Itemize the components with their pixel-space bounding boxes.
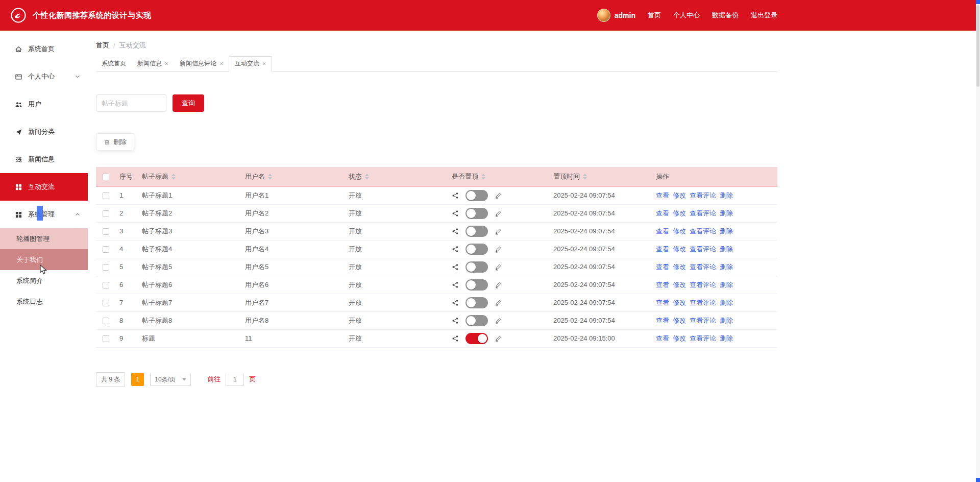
row-checkbox[interactable] (103, 228, 109, 235)
sidebar-subitem-system-intro[interactable]: 系统简介 (0, 270, 88, 291)
sidebar-item-news-info[interactable]: 新闻信息 (0, 146, 88, 173)
action-edit[interactable]: 修改 (673, 281, 686, 288)
pin-toggle[interactable] (465, 244, 488, 255)
edit-icon[interactable] (495, 281, 502, 288)
select-all-checkbox[interactable] (103, 174, 109, 180)
sidebar-subitem-system-log[interactable]: 系统日志 (0, 291, 88, 312)
page-size-select[interactable]: 10条/页 (150, 373, 191, 386)
share-icon[interactable] (452, 192, 459, 199)
action-view[interactable]: 查看 (656, 191, 669, 199)
goto-page-input[interactable] (226, 373, 244, 386)
column-header[interactable]: 用户名 (241, 167, 345, 186)
close-icon[interactable]: × (262, 61, 266, 67)
action-view-comments[interactable]: 查看评论 (690, 191, 716, 199)
sidebar-item-home[interactable]: 系统首页 (0, 35, 88, 63)
edit-icon[interactable] (495, 210, 502, 217)
tab-interaction[interactable]: 互动交流× (229, 56, 272, 72)
action-edit[interactable]: 修改 (673, 334, 686, 342)
pin-toggle[interactable] (465, 261, 488, 273)
tab-news-info[interactable]: 新闻信息× (132, 57, 174, 71)
pin-toggle[interactable] (465, 315, 488, 326)
share-icon[interactable] (452, 246, 459, 253)
share-icon[interactable] (452, 299, 459, 306)
action-delete[interactable]: 删除 (720, 299, 733, 306)
sidebar-item-interaction[interactable]: 互动交流 (0, 173, 88, 201)
edit-icon[interactable] (495, 299, 502, 306)
action-view-comments[interactable]: 查看评论 (690, 299, 716, 306)
sort-icon[interactable] (172, 174, 176, 180)
sidebar-item-users[interactable]: 用户 (0, 90, 88, 118)
edit-icon[interactable] (495, 192, 502, 199)
action-edit[interactable]: 修改 (673, 317, 686, 324)
action-view[interactable]: 查看 (656, 334, 669, 342)
sort-icon[interactable] (268, 174, 272, 180)
action-view[interactable]: 查看 (656, 227, 669, 235)
column-header[interactable]: 状态 (345, 167, 448, 186)
edit-icon[interactable] (495, 228, 502, 235)
action-view-comments[interactable]: 查看评论 (690, 334, 716, 342)
pin-toggle[interactable] (465, 226, 488, 237)
edit-icon[interactable] (495, 246, 502, 253)
action-edit[interactable]: 修改 (673, 245, 686, 253)
pin-toggle[interactable] (465, 190, 488, 201)
breadcrumb-home[interactable]: 首页 (96, 41, 109, 50)
column-header[interactable]: 是否置顶 (448, 167, 549, 186)
action-delete[interactable]: 删除 (720, 263, 733, 271)
share-icon[interactable] (452, 335, 459, 342)
action-edit[interactable]: 修改 (673, 299, 686, 306)
nav-profile[interactable]: 个人中心 (673, 11, 700, 20)
chevron-up-icon[interactable] (75, 212, 80, 217)
share-icon[interactable] (452, 263, 459, 271)
action-edit[interactable]: 修改 (673, 191, 686, 199)
pagination-page-button[interactable]: 1 (131, 373, 144, 386)
action-edit[interactable]: 修改 (673, 209, 686, 217)
action-delete[interactable]: 删除 (720, 245, 733, 253)
delete-button[interactable]: 删除 (96, 133, 134, 151)
action-view-comments[interactable]: 查看评论 (690, 263, 716, 271)
row-checkbox[interactable] (103, 335, 109, 342)
action-delete[interactable]: 删除 (720, 227, 733, 235)
pin-toggle[interactable] (465, 279, 488, 291)
query-button[interactable]: 查询 (173, 94, 204, 112)
sidebar-item-system-management[interactable]: 系统管理 (0, 201, 88, 228)
action-delete[interactable]: 删除 (720, 317, 733, 324)
row-checkbox[interactable] (103, 300, 109, 306)
action-delete[interactable]: 删除 (720, 209, 733, 217)
nav-backup[interactable]: 数据备份 (712, 11, 739, 20)
row-checkbox[interactable] (103, 192, 109, 199)
action-view-comments[interactable]: 查看评论 (690, 209, 716, 217)
action-delete[interactable]: 删除 (720, 191, 733, 199)
action-view[interactable]: 查看 (656, 281, 669, 288)
row-checkbox[interactable] (103, 318, 109, 324)
action-view[interactable]: 查看 (656, 317, 669, 324)
edit-icon[interactable] (495, 317, 502, 324)
tab-news-comments[interactable]: 新闻信息评论× (174, 57, 229, 71)
scrollbar[interactable] (976, 0, 980, 482)
row-checkbox[interactable] (103, 210, 109, 217)
action-delete[interactable]: 删除 (720, 281, 733, 288)
close-icon[interactable]: × (219, 61, 223, 67)
row-checkbox[interactable] (103, 282, 109, 288)
pin-toggle[interactable] (465, 333, 488, 344)
column-header[interactable]: 置顶时间 (549, 167, 652, 186)
avatar[interactable] (597, 9, 610, 22)
action-view-comments[interactable]: 查看评论 (690, 317, 716, 324)
action-edit[interactable]: 修改 (673, 263, 686, 271)
chevron-down-icon[interactable] (75, 74, 80, 79)
action-view[interactable]: 查看 (656, 245, 669, 253)
tab-home[interactable]: 系统首页 (96, 57, 132, 71)
action-view-comments[interactable]: 查看评论 (690, 281, 716, 288)
row-checkbox[interactable] (103, 264, 109, 271)
action-delete[interactable]: 删除 (720, 334, 733, 342)
action-edit[interactable]: 修改 (673, 227, 686, 235)
pin-toggle[interactable] (465, 208, 488, 219)
sort-icon[interactable] (481, 174, 485, 180)
sort-icon[interactable] (365, 174, 369, 180)
share-icon[interactable] (452, 317, 459, 324)
search-input[interactable] (96, 94, 166, 112)
sidebar-subitem-carousel[interactable]: 轮播图管理 (0, 228, 88, 249)
edit-icon[interactable] (495, 263, 502, 271)
pin-toggle[interactable] (465, 297, 488, 308)
action-view[interactable]: 查看 (656, 299, 669, 306)
nav-logout[interactable]: 退出登录 (751, 11, 777, 20)
